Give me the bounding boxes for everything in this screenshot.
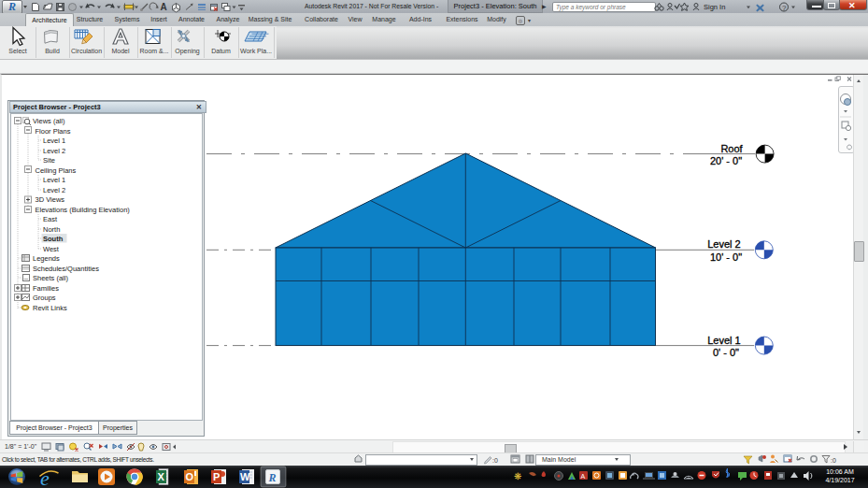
svg-text::0: :0	[492, 457, 498, 464]
svg-text:Sheets (all): Sheets (all)	[33, 274, 68, 282]
svg-text:Views (all): Views (all)	[33, 117, 65, 125]
svg-text:A: A	[581, 473, 586, 480]
svg-text:East: East	[43, 215, 58, 223]
svg-text:Level 2: Level 2	[43, 186, 65, 194]
svg-text:Revit Links: Revit Links	[33, 304, 67, 312]
svg-text:3D Views: 3D Views	[36, 195, 65, 204]
svg-text:Site: Site	[43, 156, 55, 165]
svg-text:South: South	[43, 235, 64, 243]
svg-text:10' - 0": 10' - 0"	[710, 251, 742, 263]
svg-text:Sign In: Sign In	[704, 3, 725, 11]
svg-text::0: :0	[831, 457, 836, 464]
svg-text:R: R	[268, 471, 277, 484]
svg-text:Schedules/Quantities: Schedules/Quantities	[33, 265, 99, 273]
svg-text:20' - 0": 20' - 0"	[710, 155, 742, 166]
svg-text:W: W	[240, 471, 250, 482]
svg-text:Roof: Roof	[720, 143, 743, 154]
svg-text:Ceiling Plans: Ceiling Plans	[36, 166, 77, 175]
svg-text:0' - 0": 0' - 0"	[713, 347, 739, 358]
svg-text:A: A	[161, 2, 167, 12]
svg-text:Level 2: Level 2	[707, 238, 740, 250]
svg-text:Elevations (Building Elevation: Elevations (Building Elevation)	[36, 206, 131, 214]
svg-text:Level 1: Level 1	[707, 335, 740, 346]
svg-text:West: West	[43, 245, 60, 253]
svg-text:X: X	[158, 471, 165, 482]
svg-text:Level 1: Level 1	[43, 136, 65, 145]
svg-text:O: O	[186, 471, 194, 482]
svg-text:Legends: Legends	[33, 254, 60, 263]
svg-text:North: North	[43, 225, 60, 234]
svg-text:Level 1: Level 1	[43, 176, 65, 184]
svg-text:Families: Families	[33, 284, 59, 293]
svg-text:Level 2: Level 2	[43, 147, 65, 155]
svg-text:P: P	[213, 471, 220, 482]
svg-text:Groups: Groups	[33, 294, 56, 302]
svg-text:?: ?	[782, 4, 787, 12]
svg-text:e: e	[40, 466, 50, 488]
svg-text:❋: ❋	[514, 471, 521, 481]
svg-text:Floor Plans: Floor Plans	[36, 127, 71, 136]
